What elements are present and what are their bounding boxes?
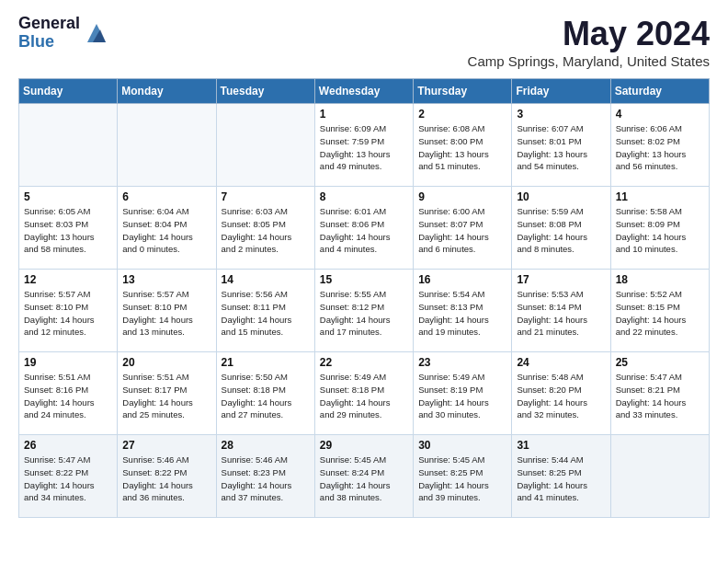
calendar-cell: 22Sunrise: 5:49 AM Sunset: 8:18 PM Dayli…	[314, 352, 413, 435]
location-title: Camp Springs, Maryland, United States	[468, 53, 710, 69]
calendar-cell: 14Sunrise: 5:56 AM Sunset: 8:11 PM Dayli…	[216, 270, 314, 352]
logo-general-text: General	[18, 15, 80, 33]
day-number: 24	[517, 356, 605, 369]
day-number: 15	[320, 273, 408, 286]
day-number: 7	[222, 190, 310, 203]
weekday-header-wednesday: Wednesday	[314, 79, 413, 104]
day-number: 9	[418, 190, 506, 203]
cell-info: Sunrise: 5:45 AM Sunset: 8:24 PM Dayligh…	[320, 454, 408, 504]
cell-info: Sunrise: 5:55 AM Sunset: 8:12 PM Dayligh…	[320, 288, 408, 339]
calendar-week-row: 12Sunrise: 5:57 AM Sunset: 8:10 PM Dayli…	[19, 270, 710, 352]
cell-info: Sunrise: 5:57 AM Sunset: 8:10 PM Dayligh…	[122, 288, 210, 339]
cell-info: Sunrise: 5:58 AM Sunset: 8:09 PM Dayligh…	[616, 205, 704, 256]
cell-info: Sunrise: 5:56 AM Sunset: 8:11 PM Dayligh…	[222, 288, 310, 339]
day-number: 20	[122, 356, 210, 369]
cell-info: Sunrise: 5:53 AM Sunset: 8:14 PM Dayligh…	[517, 288, 605, 339]
calendar-cell: 16Sunrise: 5:54 AM Sunset: 8:13 PM Dayli…	[414, 270, 512, 352]
calendar-cell: 28Sunrise: 5:46 AM Sunset: 8:23 PM Dayli…	[216, 435, 314, 518]
calendar-table: SundayMondayTuesdayWednesdayThursdayFrid…	[18, 78, 710, 518]
day-number: 6	[122, 190, 210, 203]
day-number: 3	[517, 108, 605, 121]
cell-info: Sunrise: 5:45 AM Sunset: 8:25 PM Dayligh…	[418, 454, 506, 504]
calendar-cell	[19, 104, 118, 187]
cell-info: Sunrise: 5:51 AM Sunset: 8:16 PM Dayligh…	[24, 371, 112, 421]
calendar-cell: 17Sunrise: 5:53 AM Sunset: 8:14 PM Dayli…	[512, 270, 610, 352]
header: General Blue May 2024 Camp Springs, Mary…	[18, 15, 710, 69]
weekday-header-tuesday: Tuesday	[216, 79, 314, 104]
calendar-cell: 5Sunrise: 6:05 AM Sunset: 8:03 PM Daylig…	[19, 187, 118, 270]
calendar-cell: 11Sunrise: 5:58 AM Sunset: 8:09 PM Dayli…	[610, 187, 709, 270]
logo-icon	[84, 20, 109, 46]
day-number: 8	[320, 190, 408, 203]
cell-info: Sunrise: 5:51 AM Sunset: 8:17 PM Dayligh…	[122, 371, 210, 421]
calendar-cell	[610, 435, 709, 518]
month-title: May 2024	[468, 15, 710, 53]
calendar-cell: 12Sunrise: 5:57 AM Sunset: 8:10 PM Dayli…	[19, 270, 118, 352]
day-number: 30	[418, 439, 506, 452]
calendar-cell: 15Sunrise: 5:55 AM Sunset: 8:12 PM Dayli…	[314, 270, 413, 352]
day-number: 31	[517, 439, 605, 452]
weekday-header-monday: Monday	[118, 79, 216, 104]
weekday-header-saturday: Saturday	[610, 79, 709, 104]
cell-info: Sunrise: 5:54 AM Sunset: 8:13 PM Dayligh…	[418, 288, 506, 339]
day-number: 26	[24, 439, 112, 452]
day-number: 16	[418, 273, 506, 286]
day-number: 23	[418, 356, 506, 369]
calendar-cell: 19Sunrise: 5:51 AM Sunset: 8:16 PM Dayli…	[19, 352, 118, 435]
calendar-cell	[118, 104, 216, 187]
cell-info: Sunrise: 5:48 AM Sunset: 8:20 PM Dayligh…	[517, 371, 605, 421]
calendar-cell: 24Sunrise: 5:48 AM Sunset: 8:20 PM Dayli…	[512, 352, 610, 435]
title-area: May 2024 Camp Springs, Maryland, United …	[468, 15, 710, 69]
calendar-cell: 4Sunrise: 6:06 AM Sunset: 8:02 PM Daylig…	[610, 104, 709, 187]
cell-info: Sunrise: 6:09 AM Sunset: 7:59 PM Dayligh…	[320, 122, 408, 173]
day-number: 11	[616, 190, 704, 203]
cell-info: Sunrise: 5:49 AM Sunset: 8:18 PM Dayligh…	[320, 371, 408, 421]
day-number: 10	[517, 190, 605, 203]
cell-info: Sunrise: 5:47 AM Sunset: 8:21 PM Dayligh…	[616, 371, 704, 421]
cell-info: Sunrise: 6:05 AM Sunset: 8:03 PM Dayligh…	[24, 205, 112, 256]
calendar-cell: 21Sunrise: 5:50 AM Sunset: 8:18 PM Dayli…	[216, 352, 314, 435]
cell-info: Sunrise: 6:01 AM Sunset: 8:06 PM Dayligh…	[320, 205, 408, 256]
cell-info: Sunrise: 6:07 AM Sunset: 8:01 PM Dayligh…	[517, 122, 605, 173]
calendar-cell: 9Sunrise: 6:00 AM Sunset: 8:07 PM Daylig…	[414, 187, 512, 270]
calendar-week-row: 19Sunrise: 5:51 AM Sunset: 8:16 PM Dayli…	[19, 352, 710, 435]
cell-info: Sunrise: 6:04 AM Sunset: 8:04 PM Dayligh…	[122, 205, 210, 256]
calendar-cell: 29Sunrise: 5:45 AM Sunset: 8:24 PM Dayli…	[314, 435, 413, 518]
day-number: 28	[222, 439, 310, 452]
cell-info: Sunrise: 5:52 AM Sunset: 8:15 PM Dayligh…	[616, 288, 704, 339]
day-number: 14	[222, 273, 310, 286]
calendar-cell: 27Sunrise: 5:46 AM Sunset: 8:22 PM Dayli…	[118, 435, 216, 518]
calendar-cell: 2Sunrise: 6:08 AM Sunset: 8:00 PM Daylig…	[414, 104, 512, 187]
cell-info: Sunrise: 6:08 AM Sunset: 8:00 PM Dayligh…	[418, 122, 506, 173]
calendar-cell: 6Sunrise: 6:04 AM Sunset: 8:04 PM Daylig…	[118, 187, 216, 270]
day-number: 22	[320, 356, 408, 369]
weekday-header-sunday: Sunday	[19, 79, 118, 104]
day-number: 19	[24, 356, 112, 369]
day-number: 21	[222, 356, 310, 369]
calendar-cell: 25Sunrise: 5:47 AM Sunset: 8:21 PM Dayli…	[610, 352, 709, 435]
calendar-cell: 7Sunrise: 6:03 AM Sunset: 8:05 PM Daylig…	[216, 187, 314, 270]
calendar-week-row: 1Sunrise: 6:09 AM Sunset: 7:59 PM Daylig…	[19, 104, 710, 187]
day-number: 5	[24, 190, 112, 203]
weekday-header-friday: Friday	[512, 79, 610, 104]
weekday-header-thursday: Thursday	[414, 79, 512, 104]
day-number: 27	[122, 439, 210, 452]
cell-info: Sunrise: 5:47 AM Sunset: 8:22 PM Dayligh…	[24, 454, 112, 504]
calendar-cell: 10Sunrise: 5:59 AM Sunset: 8:08 PM Dayli…	[512, 187, 610, 270]
day-number: 13	[122, 273, 210, 286]
cell-info: Sunrise: 6:06 AM Sunset: 8:02 PM Dayligh…	[616, 122, 704, 173]
calendar-cell: 31Sunrise: 5:44 AM Sunset: 8:25 PM Dayli…	[512, 435, 610, 518]
cell-info: Sunrise: 5:49 AM Sunset: 8:19 PM Dayligh…	[418, 371, 506, 421]
cell-info: Sunrise: 5:50 AM Sunset: 8:18 PM Dayligh…	[222, 371, 310, 421]
cell-info: Sunrise: 5:59 AM Sunset: 8:08 PM Dayligh…	[517, 205, 605, 256]
cell-info: Sunrise: 6:03 AM Sunset: 8:05 PM Dayligh…	[222, 205, 310, 256]
day-number: 1	[320, 108, 408, 121]
cell-info: Sunrise: 5:57 AM Sunset: 8:10 PM Dayligh…	[24, 288, 112, 339]
calendar-cell: 30Sunrise: 5:45 AM Sunset: 8:25 PM Dayli…	[414, 435, 512, 518]
cell-info: Sunrise: 5:44 AM Sunset: 8:25 PM Dayligh…	[517, 454, 605, 504]
day-number: 4	[616, 108, 704, 121]
calendar-cell	[216, 104, 314, 187]
cell-info: Sunrise: 5:46 AM Sunset: 8:22 PM Dayligh…	[122, 454, 210, 504]
calendar-cell: 1Sunrise: 6:09 AM Sunset: 7:59 PM Daylig…	[314, 104, 413, 187]
day-number: 12	[24, 273, 112, 286]
